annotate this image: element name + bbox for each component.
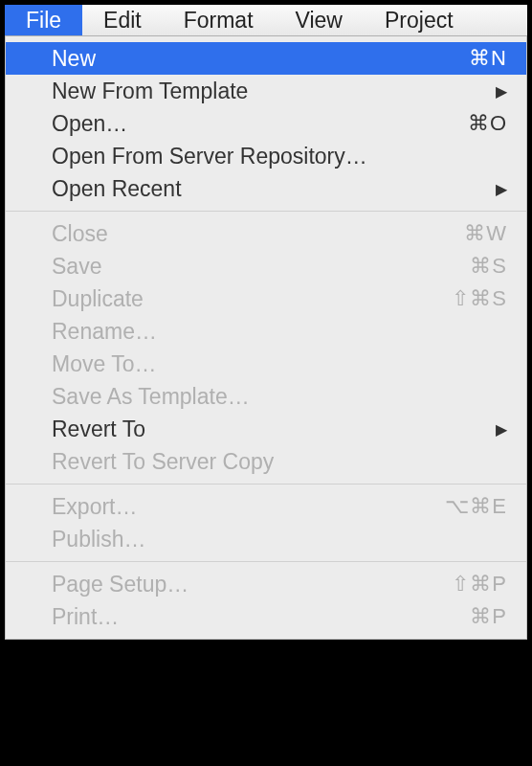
menubar: File Edit Format View Project bbox=[5, 5, 527, 36]
menu-item-duplicate: Duplicate ⇧⌘S bbox=[6, 282, 526, 315]
chevron-right-icon: ▶ bbox=[496, 420, 507, 439]
menu-item-open-recent[interactable]: Open Recent ▶ bbox=[6, 172, 526, 205]
menu-item-label: Print… bbox=[52, 604, 431, 630]
menu-item-label: Page Setup… bbox=[52, 572, 431, 597]
menu-item-shortcut: ⌘W bbox=[431, 221, 507, 246]
menu-item-shortcut: ⌘O bbox=[431, 111, 507, 136]
menubar-label: Format bbox=[184, 8, 254, 34]
menubar-label: Edit bbox=[103, 8, 142, 34]
menu-item-label: Close bbox=[52, 221, 431, 247]
menu-item-shortcut: ⇧⌘P bbox=[431, 572, 507, 597]
app-window: File Edit Format View Project New ⌘N New… bbox=[0, 0, 532, 766]
menu-item-publish: Publish… bbox=[6, 523, 526, 555]
menu-section: Close ⌘W Save ⌘S Duplicate ⇧⌘S Rename… M… bbox=[6, 212, 526, 484]
menu-item-label: Move To… bbox=[52, 351, 507, 377]
menu-item-label: Revert To Server Copy bbox=[52, 449, 507, 475]
menubar-item-edit[interactable]: Edit bbox=[82, 5, 163, 35]
menu-item-new-from-template[interactable]: New From Template ▶ bbox=[6, 75, 526, 107]
menu-item-label: Save As Template… bbox=[52, 384, 507, 410]
menu-item-label: Rename… bbox=[52, 319, 507, 345]
menu-item-revert-to[interactable]: Revert To ▶ bbox=[6, 413, 526, 445]
menu-item-rename: Rename… bbox=[6, 315, 526, 348]
menu-item-shortcut: ⌘S bbox=[431, 254, 507, 279]
menu-section: Page Setup… ⇧⌘P Print… ⌘P bbox=[6, 562, 526, 639]
menu-section: New ⌘N New From Template ▶ Open… ⌘O Open… bbox=[6, 36, 526, 211]
menu-section: Export… ⌥⌘E Publish… bbox=[6, 484, 526, 561]
menu-item-label: Publish… bbox=[52, 527, 507, 552]
menu-item-open[interactable]: Open… ⌘O bbox=[6, 107, 526, 140]
menu-item-page-setup: Page Setup… ⇧⌘P bbox=[6, 568, 526, 600]
menu-item-open-from-server[interactable]: Open From Server Repository… bbox=[6, 140, 526, 172]
menu-item-export: Export… ⌥⌘E bbox=[6, 490, 526, 523]
menu-item-label: New bbox=[52, 46, 431, 72]
menu-item-label: Duplicate bbox=[52, 286, 431, 312]
menu-item-shortcut: ⌥⌘E bbox=[431, 494, 507, 519]
menu-item-shortcut: ⇧⌘S bbox=[431, 286, 507, 311]
menu-item-label: New From Template bbox=[52, 79, 486, 104]
menubar-label: File bbox=[26, 8, 61, 34]
menubar-label: Project bbox=[385, 8, 454, 34]
menu-item-revert-to-server-copy: Revert To Server Copy bbox=[6, 445, 526, 478]
chevron-right-icon: ▶ bbox=[496, 82, 507, 101]
menubar-item-format[interactable]: Format bbox=[163, 5, 275, 35]
menu-item-label: Revert To bbox=[52, 417, 486, 442]
menubar-item-project[interactable]: Project bbox=[364, 5, 475, 35]
menubar-label: View bbox=[296, 8, 343, 34]
menu-item-new[interactable]: New ⌘N bbox=[6, 42, 526, 75]
menu-item-shortcut: ⌘N bbox=[431, 46, 507, 71]
menu-item-shortcut: ⌘P bbox=[431, 604, 507, 629]
menu-item-label: Save bbox=[52, 254, 431, 280]
menubar-item-view[interactable]: View bbox=[275, 5, 364, 35]
chevron-right-icon: ▶ bbox=[496, 180, 507, 198]
menu-item-label: Open… bbox=[52, 111, 431, 137]
menu-item-save-as-template: Save As Template… bbox=[6, 380, 526, 413]
menu-item-move-to: Move To… bbox=[6, 348, 526, 380]
menu-item-close: Close ⌘W bbox=[6, 217, 526, 250]
file-dropdown-menu: New ⌘N New From Template ▶ Open… ⌘O Open… bbox=[5, 36, 527, 640]
menu-item-label: Export… bbox=[52, 494, 431, 520]
menu-item-print: Print… ⌘P bbox=[6, 600, 526, 633]
menu-item-label: Open From Server Repository… bbox=[52, 144, 507, 169]
menu-item-save: Save ⌘S bbox=[6, 250, 526, 282]
menubar-item-file[interactable]: File bbox=[5, 5, 82, 35]
menu-item-label: Open Recent bbox=[52, 176, 486, 202]
